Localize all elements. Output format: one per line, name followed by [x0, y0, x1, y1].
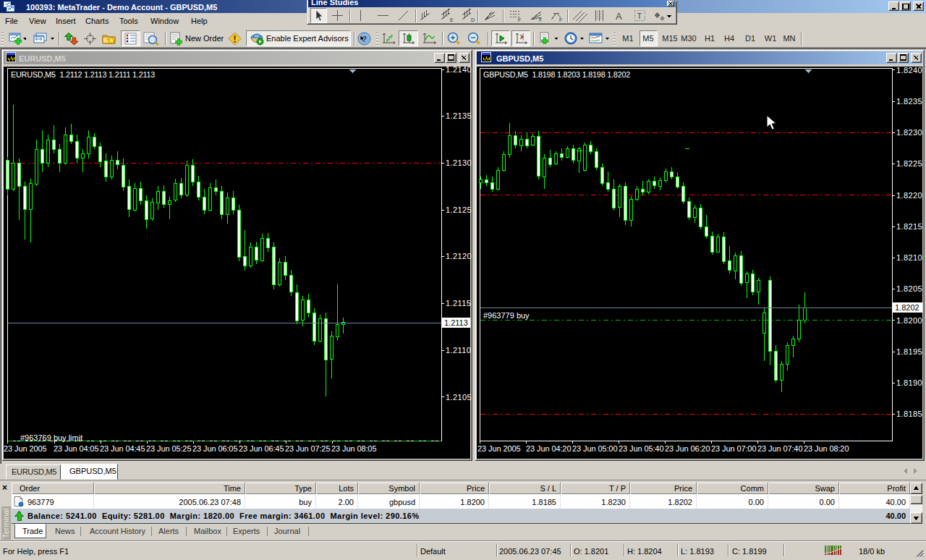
svg-text:T: T: [637, 12, 642, 20]
svg-text:F: F: [518, 17, 521, 22]
svg-text:F: F: [539, 17, 542, 22]
svg-text:A: A: [616, 11, 622, 22]
svg-text:F: F: [559, 17, 562, 22]
svg-text:E: E: [450, 17, 454, 22]
svg-text:D: D: [471, 17, 475, 22]
